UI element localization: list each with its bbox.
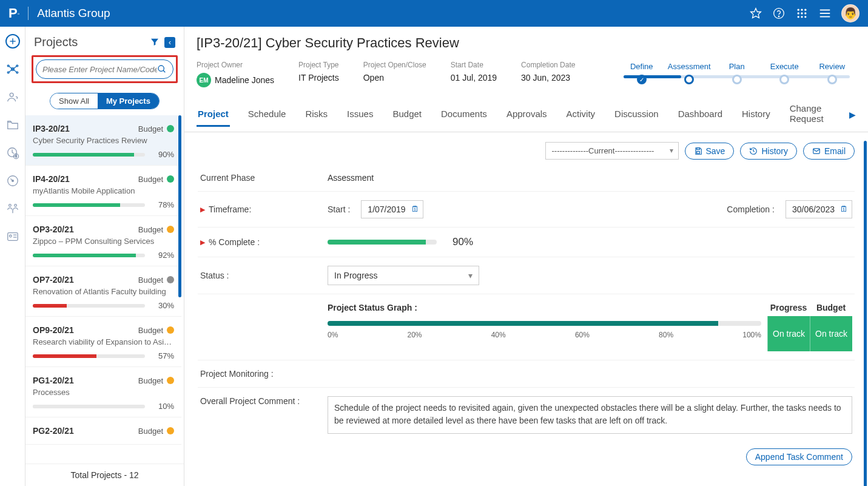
comment-textarea[interactable]: Schedule of the project needs to revisit… xyxy=(328,396,852,434)
project-item[interactable]: IP3-20/21BudgetCyber Security Practices … xyxy=(25,115,181,166)
view-toggle: Show All My Projects xyxy=(25,93,184,109)
tab-project[interactable]: Project xyxy=(197,103,230,127)
openclose-label: Project Open/Close xyxy=(363,61,426,69)
project-item[interactable]: PG1-20/21BudgetProcesses10% xyxy=(25,367,181,417)
project-item[interactable]: IP4-20/21BudgetmyAtlantis Mobile Applica… xyxy=(25,166,181,216)
people-icon[interactable] xyxy=(5,90,20,104)
search-input[interactable] xyxy=(42,65,157,74)
svg-point-7 xyxy=(801,12,802,14)
project-item[interactable]: PG2-20/21Budget xyxy=(25,417,181,445)
svg-line-25 xyxy=(13,69,17,73)
phase-label: Review xyxy=(808,62,856,71)
append-comment-button[interactable]: Append Task Comment xyxy=(746,448,852,465)
start-date-input[interactable]: 1/07/2019🗓 xyxy=(361,200,423,218)
tab-history[interactable]: History xyxy=(741,103,772,127)
project-name: Processes xyxy=(33,388,174,397)
progress-pct: 92% xyxy=(152,251,174,260)
avatar[interactable]: 👨 xyxy=(841,4,860,22)
search-pill xyxy=(36,59,173,79)
budget-status-cell: On track xyxy=(810,316,852,351)
progress-pct: 90% xyxy=(152,150,174,159)
tab-activity[interactable]: Activity xyxy=(565,103,597,127)
tab-approvals[interactable]: Approvals xyxy=(505,103,548,127)
tab-schedule[interactable]: Schedule xyxy=(247,103,288,127)
completion-date-input[interactable]: 30/06/2023🗓 xyxy=(786,200,852,218)
svg-point-11 xyxy=(804,16,806,18)
sidebar-header: Projects ‹ xyxy=(25,27,184,55)
progress-pct: 78% xyxy=(152,200,174,209)
graph-tick: 0% xyxy=(328,331,338,339)
card-icon[interactable] xyxy=(5,229,20,244)
owner-name: Madeline Jones xyxy=(215,75,274,85)
svg-line-24 xyxy=(8,69,12,73)
show-all-button[interactable]: Show All xyxy=(50,93,98,109)
tabs-scroll-right-icon[interactable]: ▶ xyxy=(849,110,856,120)
project-item[interactable]: OP3-20/21BudgetZippco – PPM Consulting S… xyxy=(25,216,181,266)
phase-plan[interactable]: Plan xyxy=(713,62,761,84)
status-dot-icon xyxy=(167,226,174,233)
project-item[interactable]: OP7-20/21BudgetRenovation of Atlantis Fa… xyxy=(25,266,181,317)
star-icon[interactable] xyxy=(749,7,762,20)
clock-money-icon[interactable]: $ xyxy=(5,146,20,160)
status-dot-icon xyxy=(167,377,174,384)
phase-assessment[interactable]: Assessment xyxy=(665,62,713,84)
org-icon[interactable] xyxy=(5,201,20,216)
tab-change-request[interactable]: Change Request xyxy=(789,97,832,132)
project-code: PG2-20/21 xyxy=(33,426,138,436)
phase-node-icon xyxy=(732,75,742,84)
version-select[interactable]: --------------Current--------------- xyxy=(545,142,679,160)
budget-label: Budget xyxy=(138,376,163,385)
help-icon[interactable] xyxy=(772,7,786,20)
status-dot-icon xyxy=(167,427,174,434)
search-icon[interactable] xyxy=(157,64,167,74)
phase-node-icon xyxy=(637,75,647,84)
phase-review[interactable]: Review xyxy=(808,62,856,84)
header-title: Atlantis Group xyxy=(37,7,749,20)
budget-col-header: Budget xyxy=(810,303,852,312)
phase-execute[interactable]: Execute xyxy=(761,62,809,84)
project-list[interactable]: IP3-20/21BudgetCyber Security Practices … xyxy=(25,115,184,464)
logo-dot: ◦ xyxy=(18,10,20,17)
save-button[interactable]: Save xyxy=(685,143,735,160)
tab-dashboard[interactable]: Dashboard xyxy=(677,103,724,127)
progress-col-header: Progress xyxy=(767,303,810,312)
menu-icon[interactable] xyxy=(818,7,832,20)
project-code: PG1-20/21 xyxy=(33,376,138,385)
pct-label: ▶% Complete : xyxy=(200,237,328,247)
email-button[interactable]: Email xyxy=(803,143,855,160)
add-icon[interactable] xyxy=(5,34,20,49)
logo: P◦ xyxy=(8,5,19,21)
network-icon[interactable] xyxy=(5,62,20,76)
progress-status-cell: On track xyxy=(767,316,810,351)
gauge-icon[interactable] xyxy=(5,174,20,188)
progress-pct: 30% xyxy=(152,301,174,310)
history-button[interactable]: History xyxy=(740,143,797,160)
progress-bar xyxy=(33,153,145,157)
budget-label: Budget xyxy=(138,326,163,335)
phase-define[interactable]: Define xyxy=(617,62,665,84)
filter-icon[interactable] xyxy=(150,37,161,48)
tab-documents[interactable]: Documents xyxy=(440,103,488,127)
apps-icon[interactable] xyxy=(795,7,809,20)
top-actions: --------------Current--------------- Sav… xyxy=(198,142,855,160)
tab-risks[interactable]: Risks xyxy=(304,103,329,127)
sidebar-footer: Total Projects - 12 xyxy=(25,464,184,486)
project-title: [IP3-20/21] Cyber Security Practices Rev… xyxy=(184,27,868,57)
project-item[interactable]: OP9-20/21BudgetResearch viability of Exp… xyxy=(25,317,181,367)
progress-bar xyxy=(33,354,145,358)
collapse-icon[interactable]: ‹ xyxy=(164,37,175,48)
tabs: ProjectScheduleRisksIssuesBudgetDocument… xyxy=(184,97,868,132)
my-projects-button[interactable]: My Projects xyxy=(98,93,159,109)
tab-budget[interactable]: Budget xyxy=(391,103,423,127)
logo-mark: P xyxy=(8,5,18,21)
progress-pct: 10% xyxy=(152,402,174,411)
tab-issues[interactable]: Issues xyxy=(346,103,374,127)
status-select[interactable]: In Progress xyxy=(328,266,479,285)
type-value: IT Projects xyxy=(298,73,339,83)
divider xyxy=(28,7,29,20)
scrollbar[interactable] xyxy=(864,141,867,486)
tab-discussion[interactable]: Discussion xyxy=(613,103,660,127)
status-graph: Project Status Graph : Progress Budget 0… xyxy=(328,303,852,351)
phase-label: Plan xyxy=(713,62,761,71)
folder-icon[interactable] xyxy=(5,118,20,132)
